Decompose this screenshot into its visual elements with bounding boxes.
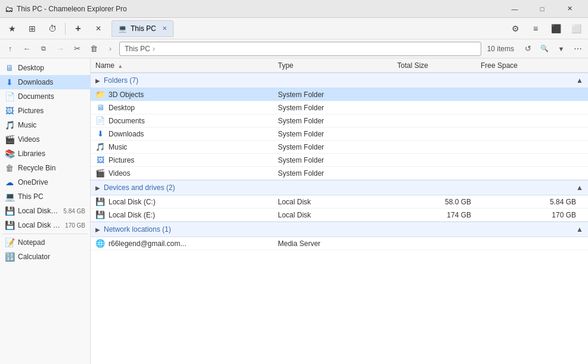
sidebar-item-recycle[interactable]: 🗑 Recycle Bin bbox=[0, 161, 90, 175]
table-row[interactable]: 🎬Videos System Folder bbox=[91, 167, 588, 180]
sidebar: 🖥 Desktop ⬇ Downloads 📄 Documents 🖼 Pict… bbox=[0, 58, 91, 364]
filter-button[interactable]: ▼ bbox=[553, 42, 569, 56]
sidebar-item-notepad[interactable]: 📝 Notepad bbox=[0, 235, 90, 250]
sidebar-label-calculator: Calculator bbox=[18, 253, 85, 261]
star-button[interactable]: ★ bbox=[2, 20, 21, 37]
sidebar-item-downloads[interactable]: ⬇ Downloads bbox=[0, 75, 90, 89]
sidebar-item-onedrive[interactable]: ☁ OneDrive bbox=[0, 175, 90, 189]
thispc-icon: 💻 bbox=[5, 192, 14, 201]
table-row[interactable]: 🌐r66legend@gmail.com... Media Server bbox=[91, 237, 588, 250]
notepad-icon: 📝 bbox=[5, 238, 14, 247]
videos-folder-icon: 🎬 bbox=[95, 169, 105, 178]
cut-button[interactable]: ✂ bbox=[69, 42, 85, 56]
downloads-folder-icon: ⬇ bbox=[95, 129, 105, 138]
minimize-button[interactable]: — bbox=[501, 0, 528, 18]
panels-button[interactable]: ≡ bbox=[526, 20, 545, 37]
delete-button[interactable]: 🗑 bbox=[86, 42, 101, 56]
name-sort-icon: ▲ bbox=[117, 63, 123, 69]
maximize-button[interactable]: □ bbox=[528, 0, 556, 18]
group-folders[interactable]: ▶ Folders (7) ▲ bbox=[91, 73, 588, 88]
network-expand-icon: ▶ bbox=[95, 226, 100, 233]
col-header-name[interactable]: Name ▲ bbox=[93, 61, 278, 70]
sidebar-item-documents[interactable]: 📄 Documents bbox=[0, 89, 90, 104]
col-header-total-size[interactable]: Total Size bbox=[397, 61, 481, 70]
sidebar-item-localdiske[interactable]: 💾 Local Disk (E:) 170 GB bbox=[0, 218, 90, 232]
documents-folder-icon: 📄 bbox=[95, 116, 105, 125]
sidebar-label-localdiskc: Local Disk (C:) bbox=[18, 207, 60, 215]
settings-button[interactable]: ⚙ bbox=[506, 20, 525, 37]
network-collapse-icon[interactable]: ▲ bbox=[576, 225, 583, 234]
close-tab-button[interactable]: ✕ bbox=[89, 20, 108, 37]
sidebar-label-documents: Documents bbox=[18, 92, 85, 101]
tab-label: This PC bbox=[131, 24, 156, 33]
back-button[interactable]: ← bbox=[19, 42, 35, 56]
column-headers: Name ▲ Type Total Size Free Space bbox=[91, 58, 588, 73]
new-tab-button[interactable]: + bbox=[69, 20, 88, 37]
split-button[interactable]: ⬛ bbox=[546, 20, 565, 37]
table-row[interactable]: 💾Local Disk (C:) Local Disk 58.0 GB 5.84… bbox=[91, 195, 588, 209]
tab-close-icon[interactable]: ✕ bbox=[162, 25, 167, 32]
items-count: 10 items bbox=[482, 45, 519, 53]
devices-group-label: Devices and drives (2) bbox=[104, 183, 175, 192]
layout-button[interactable]: ⊞ bbox=[23, 20, 42, 37]
sidebar-item-pictures[interactable]: 🖼 Pictures bbox=[0, 104, 90, 118]
sidebar-item-libraries[interactable]: 📚 Libraries bbox=[0, 147, 90, 161]
localdiskc-row-icon: 💾 bbox=[95, 197, 105, 206]
sidebar-label-onedrive: OneDrive bbox=[18, 178, 85, 186]
up-button[interactable]: ↑ bbox=[2, 42, 18, 56]
table-row[interactable]: 🎵Music System Folder bbox=[91, 141, 588, 154]
music-folder-icon: 🎵 bbox=[95, 142, 105, 151]
history-button[interactable]: ⏱ bbox=[43, 20, 62, 37]
sidebar-label-desktop: Desktop bbox=[18, 64, 85, 72]
copy-button[interactable]: ⧉ bbox=[36, 42, 51, 56]
music-icon: 🎵 bbox=[5, 120, 14, 130]
folders-collapse-icon[interactable]: ▲ bbox=[576, 76, 583, 85]
tab-icon: 💻 bbox=[118, 24, 127, 33]
refresh-button[interactable]: ↺ bbox=[520, 42, 536, 56]
table-row[interactable]: 💾Local Disk (E:) Local Disk 174 GB 170 G… bbox=[91, 209, 588, 222]
table-row[interactable]: 📁3D Objects System Folder bbox=[91, 88, 588, 101]
videos-icon: 🎬 bbox=[5, 135, 14, 144]
more-button[interactable]: ⋯ bbox=[570, 42, 586, 56]
toolbar-separator-1 bbox=[65, 23, 66, 35]
folders-expand-icon: ▶ bbox=[95, 77, 100, 84]
breadcrumb-sep: › bbox=[153, 45, 155, 53]
pictures-folder-icon: 🖼 bbox=[95, 155, 105, 164]
col-header-free-space[interactable]: Free Space bbox=[481, 61, 586, 70]
localdiske-badge: 170 GB bbox=[65, 222, 85, 229]
main-area: 🖥 Desktop ⬇ Downloads 📄 Documents 🖼 Pict… bbox=[0, 58, 588, 364]
group-devices[interactable]: ▶ Devices and drives (2) ▲ bbox=[91, 180, 588, 195]
search-button[interactable]: 🔍 bbox=[537, 42, 552, 56]
table-row[interactable]: ⬇Downloads System Folder bbox=[91, 127, 588, 141]
devices-collapse-icon[interactable]: ▲ bbox=[576, 183, 583, 192]
recycle-icon: 🗑 bbox=[5, 163, 14, 173]
thispc-tab[interactable]: 💻 This PC ✕ bbox=[112, 20, 174, 37]
sidebar-item-calculator[interactable]: 🔢 Calculator bbox=[0, 250, 90, 264]
sidebar-item-desktop[interactable]: 🖥 Desktop bbox=[0, 61, 90, 75]
localdiske-icon: 💾 bbox=[5, 220, 14, 230]
table-row[interactable]: 🖼Pictures System Folder bbox=[91, 154, 588, 167]
table-row[interactable]: 📄Documents System Folder bbox=[91, 114, 588, 127]
libraries-icon: 📚 bbox=[5, 149, 14, 158]
network-group-label: Network locations (1) bbox=[104, 225, 171, 234]
close-button[interactable]: ✕ bbox=[556, 0, 583, 18]
col-header-type[interactable]: Type bbox=[278, 61, 397, 70]
sidebar-item-localdiskc[interactable]: 💾 Local Disk (C:) 5.84 GB bbox=[0, 204, 90, 218]
desktop-icon: 🖥 bbox=[5, 63, 14, 73]
sidebar-label-downloads: Downloads bbox=[18, 78, 85, 86]
calculator-icon: 🔢 bbox=[5, 252, 14, 262]
sidebar-label-videos: Videos bbox=[18, 135, 85, 144]
sidebar-divider bbox=[2, 234, 88, 234]
breadcrumb[interactable]: This PC › bbox=[119, 42, 481, 56]
group-network[interactable]: ▶ Network locations (1) ▲ bbox=[91, 222, 588, 237]
fullscreen-button[interactable]: ⬜ bbox=[567, 20, 586, 37]
sidebar-item-thispc[interactable]: 💻 This PC bbox=[0, 189, 90, 204]
forward-button[interactable]: → bbox=[52, 42, 68, 56]
3dobjects-icon: 📁 bbox=[95, 90, 105, 99]
table-row[interactable]: 🖥Desktop System Folder bbox=[91, 101, 588, 114]
pictures-icon: 🖼 bbox=[5, 106, 14, 116]
devices-expand-icon: ▶ bbox=[95, 185, 100, 191]
sidebar-item-videos[interactable]: 🎬 Videos bbox=[0, 132, 90, 147]
sidebar-label-recycle: Recycle Bin bbox=[18, 164, 85, 172]
sidebar-item-music[interactable]: 🎵 Music bbox=[0, 118, 90, 132]
